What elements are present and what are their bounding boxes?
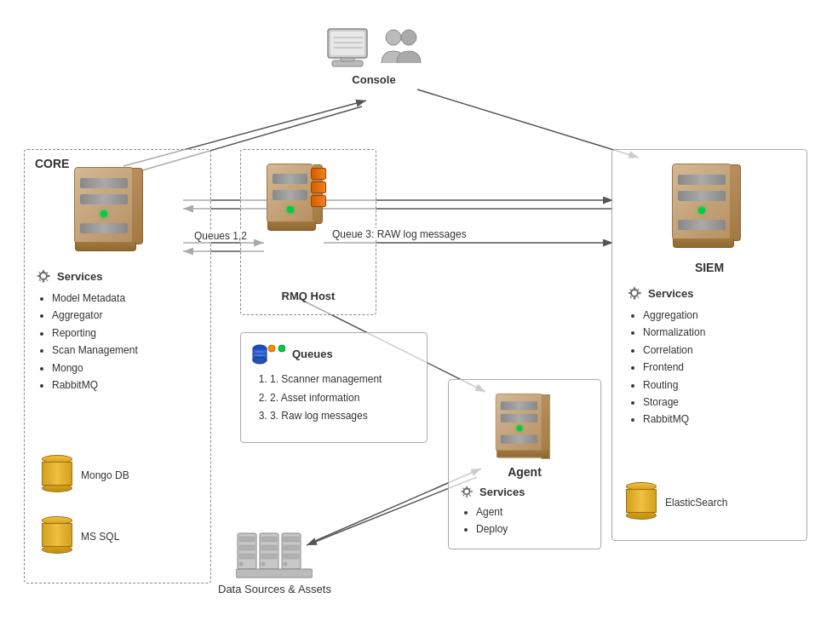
- siem-box: SIEM Services Aggregation: [611, 149, 807, 541]
- siem-service-2: Normalization: [643, 324, 705, 341]
- queues-list: 1. Scanner management 2. Asset informati…: [255, 371, 382, 426]
- agent-box: Agent Services Agent D: [448, 379, 601, 549]
- siem-services-title: Services: [648, 287, 694, 300]
- siem-service-6: Storage: [643, 394, 705, 411]
- siem-services-list: Aggregation Normalization Correlation Fr…: [626, 307, 705, 428]
- svg-rect-16: [341, 58, 354, 61]
- svg-point-22: [40, 273, 47, 279]
- console-label: Console: [352, 73, 395, 86]
- svg-rect-39: [261, 545, 277, 550]
- queues-title: Queues: [292, 348, 333, 360]
- queue-item-1: 1. Scanner management: [270, 371, 382, 389]
- agent-services-section: Services Agent Deploy: [459, 484, 525, 538]
- svg-point-26: [268, 345, 275, 352]
- core-service-3: Reporting: [52, 325, 138, 342]
- svg-rect-35: [239, 554, 255, 559]
- mssql-section: MS SQL: [42, 516, 119, 554]
- svg-rect-47: [236, 569, 313, 578]
- agent-label: Agent: [449, 465, 600, 479]
- svg-rect-44: [284, 545, 299, 550]
- queue-item-2: 2. Asset information: [270, 389, 382, 408]
- elasticsearch-icon: [626, 482, 657, 520]
- elasticsearch-label: ElasticSearch: [665, 497, 727, 509]
- core-services-title: Services: [57, 270, 103, 283]
- agent-services-title: Services: [479, 486, 525, 498]
- svg-point-30: [631, 290, 638, 296]
- siem-service-4: Frontend: [643, 359, 705, 376]
- siem-service-5: Routing: [643, 377, 705, 394]
- datasources-label: Data Sources & Assets: [218, 583, 331, 595]
- svg-rect-14: [330, 32, 364, 55]
- siem-service-7: RabbitMQ: [643, 411, 705, 428]
- core-service-5: Mongo: [52, 359, 138, 377]
- siem-service-1: Aggregation: [643, 307, 705, 324]
- svg-point-25: [253, 357, 267, 364]
- svg-point-27: [278, 345, 285, 352]
- agent-service-2: Deploy: [476, 520, 525, 538]
- elasticsearch-section: ElasticSearch: [626, 482, 727, 520]
- mssql-db-icon: [42, 516, 72, 554]
- svg-point-36: [239, 562, 244, 566]
- datasources-section: Data Sources & Assets: [218, 526, 331, 595]
- console-area: Console: [324, 26, 424, 86]
- mongo-db-section: Mongo DB: [42, 455, 129, 492]
- svg-point-29: [253, 354, 267, 357]
- core-service-2: Aggregator: [52, 307, 138, 324]
- gear-icon-siem: [626, 285, 643, 302]
- siem-server: [672, 164, 732, 240]
- datasources-icon: [236, 526, 313, 579]
- agent-server: [491, 388, 547, 457]
- agent-services-list: Agent Deploy: [459, 503, 525, 538]
- core-service-1: Model Metadata: [52, 290, 138, 307]
- svg-rect-43: [284, 537, 299, 542]
- core-services-section: Services Model Metadata Aggregator Repor…: [35, 267, 138, 394]
- core-service-4: Scan Management: [52, 342, 138, 359]
- gear-icon-core: [35, 267, 52, 285]
- core-services-list: Model Metadata Aggregator Reporting Scan…: [35, 290, 138, 394]
- svg-rect-33: [239, 537, 255, 542]
- siem-label: SIEM: [612, 261, 806, 274]
- core-server: [74, 167, 134, 244]
- svg-point-20: [386, 30, 401, 45]
- svg-rect-45: [284, 554, 299, 559]
- monitor-icon: [324, 26, 373, 70]
- gear-icon-agent: [459, 484, 474, 499]
- mongo-db-label: Mongo DB: [81, 469, 129, 481]
- core-box: CORE: [24, 149, 211, 584]
- queues12-label: Queues 1,2: [194, 230, 247, 242]
- mongo-db-icon: [42, 455, 72, 492]
- svg-point-46: [284, 562, 288, 566]
- queue-item-3: 3. Raw log messages: [270, 407, 382, 426]
- svg-point-21: [401, 30, 416, 45]
- svg-line-12: [417, 89, 639, 158]
- siem-service-3: Correlation: [643, 342, 705, 359]
- siem-services-section: Services Aggregation Normalization Corre…: [626, 285, 705, 428]
- svg-rect-40: [261, 554, 277, 559]
- rmq-server: [267, 164, 313, 223]
- queue3-label: Queue 3: RAW log messages: [332, 228, 467, 240]
- svg-point-31: [464, 489, 470, 495]
- people-icon: [378, 26, 424, 70]
- svg-point-41: [261, 562, 266, 566]
- mssql-label: MS SQL: [81, 531, 119, 543]
- rmq-label: RMQ Host: [241, 290, 376, 302]
- svg-rect-34: [239, 545, 255, 550]
- core-title: CORE: [35, 157, 69, 170]
- svg-rect-38: [261, 537, 277, 542]
- queue-icon: [251, 342, 285, 365]
- core-service-6: RabbitMQ: [52, 377, 138, 394]
- agent-service-1: Agent: [476, 503, 525, 520]
- svg-point-28: [253, 350, 267, 354]
- queues-box: Queues 1. Scanner management 2. Asset in…: [240, 332, 428, 443]
